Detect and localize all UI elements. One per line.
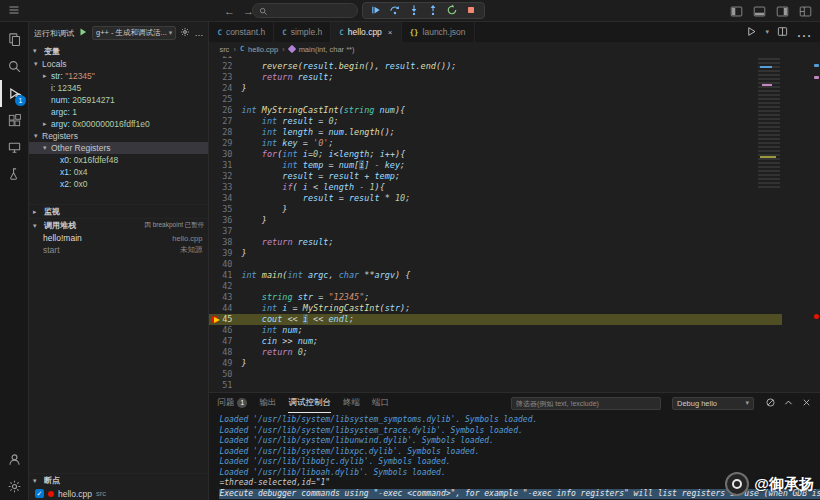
debug-config-select[interactable]: g++ - 生成和调试活... ▾ (92, 26, 176, 40)
panel-tab[interactable]: 问题1 (217, 393, 247, 413)
debug-console-select[interactable]: Debug hello ▾ (672, 397, 754, 410)
variable-row[interactable]: argc: 1 (29, 106, 208, 118)
callstack-frame[interactable]: start未知源 (29, 244, 208, 256)
code-line[interactable]: 28 int length = num.length(); (209, 127, 782, 138)
console-line[interactable]: Loaded '/usr/lib/system/libsystem_trace.… (219, 426, 820, 437)
maximize-panel-icon[interactable] (783, 394, 794, 412)
account-icon[interactable] (0, 446, 28, 473)
toggle-secondary-sidebar-icon[interactable] (776, 5, 789, 18)
breadcrumb-item[interactable]: main(int, char **) (299, 45, 355, 54)
code-line[interactable]: 42 (209, 281, 782, 292)
variable-row[interactable]: ▾Registers (29, 130, 208, 142)
activity-extensions-icon[interactable] (0, 107, 28, 134)
code-line[interactable]: 46 int num; (209, 325, 782, 336)
code-line[interactable]: 48 return 0; (209, 347, 782, 358)
section-watch[interactable]: ▸ 监视 (29, 204, 208, 218)
code-line[interactable]: 38 return result; (209, 237, 782, 248)
editor-tab[interactable]: Chello.cpp× (331, 22, 401, 42)
toggle-panel-icon[interactable] (753, 5, 766, 18)
code-line[interactable]: 34 result = result * 10; (209, 193, 782, 204)
code-editor[interactable]: 2122 reverse(result.begin(), result.end(… (209, 56, 820, 392)
start-debugging-icon[interactable] (78, 27, 88, 39)
panel-tab[interactable]: 输出 (259, 393, 276, 413)
code-line[interactable]: 44 int i = MyStringCastInt(str); (209, 303, 782, 314)
breadcrumb-item[interactable]: src (219, 45, 229, 54)
code-line[interactable]: 24} (209, 83, 782, 94)
console-line[interactable]: Loaded '/usr/lib/system/libsystem_sympto… (219, 415, 820, 426)
panel-tab[interactable]: 终端 (343, 393, 360, 413)
code-line[interactable]: 49} (209, 358, 782, 369)
close-icon[interactable]: × (388, 28, 393, 37)
editor-tab[interactable]: {}launch.json (402, 22, 475, 42)
console-line[interactable]: Loaded '/usr/lib/system/libxpc.dylib'. S… (219, 447, 820, 458)
settings-gear-icon[interactable] (0, 473, 28, 500)
close-panel-icon[interactable] (801, 394, 812, 412)
code-line[interactable]: 45 cout << i << endl; (209, 314, 782, 325)
code-line[interactable]: 40 (209, 259, 782, 270)
code-line[interactable]: 23 return result; (209, 72, 782, 83)
variable-row[interactable]: ▸argv: 0x000000016fdff1e0 (29, 118, 208, 130)
variable-row[interactable]: x1: 0x4 (29, 166, 208, 178)
breadcrumb[interactable]: src›Chello.cpp›main(int, char **) (209, 42, 820, 56)
code-line[interactable]: 39} (209, 248, 782, 259)
continue-icon[interactable] (370, 2, 382, 20)
code-line[interactable]: 32 result = result + temp; (209, 171, 782, 182)
code-line[interactable]: 22 reverse(result.begin(), result.end())… (209, 61, 782, 72)
code-line[interactable]: 50 (209, 369, 782, 380)
step-over-icon[interactable] (389, 2, 401, 20)
activity-testing-icon[interactable] (0, 161, 28, 188)
variable-row[interactable]: num: 205914271 (29, 94, 208, 106)
activity-explorer-icon[interactable] (0, 26, 28, 53)
app-menu-icon[interactable] (8, 2, 20, 20)
split-editor-icon[interactable] (777, 23, 788, 41)
more-actions-icon[interactable]: … (194, 28, 203, 38)
command-center-search[interactable] (252, 3, 358, 18)
editor-tab[interactable]: Cconstant.h (209, 22, 274, 42)
code-line[interactable]: 51 (209, 380, 782, 391)
code-line[interactable]: 30 for(int i=0; i<length; i++){ (209, 149, 782, 160)
variable-row[interactable]: ▸str: "12345" (29, 70, 208, 82)
run-dropdown-icon[interactable]: ▾ (765, 28, 769, 36)
callstack-frame[interactable]: hello!mainhello.cpp (29, 232, 208, 244)
code-line[interactable]: 47 cin >> num; (209, 336, 782, 347)
clear-console-icon[interactable] (765, 394, 776, 412)
code-line[interactable]: 27 int result = 0; (209, 116, 782, 127)
activity-remote-icon[interactable] (0, 134, 28, 161)
code-line[interactable]: 43 string str = "12345"; (209, 292, 782, 303)
breadcrumb-item[interactable]: hello.cpp (248, 45, 278, 54)
overview-ruler[interactable] (813, 56, 820, 392)
code-line[interactable]: 29 int key = '0'; (209, 138, 782, 149)
code-line[interactable]: 26int MyStringCastInt(string num){ (209, 105, 782, 116)
console-filter-input[interactable] (511, 397, 661, 410)
activity-search-icon[interactable] (0, 53, 28, 80)
panel-tab[interactable]: 端口 (372, 393, 389, 413)
variable-row[interactable]: x0: 0x16fdfef48 (29, 154, 208, 166)
variable-row[interactable]: i: 12345 (29, 82, 208, 94)
step-out-icon[interactable] (427, 2, 439, 20)
code-line[interactable]: 25 (209, 94, 782, 105)
code-line[interactable]: 35 } (209, 204, 782, 215)
code-line[interactable]: 37 (209, 226, 782, 237)
customize-layout-icon[interactable] (799, 5, 812, 18)
checkbox-checked-icon[interactable]: ✓ (35, 489, 44, 498)
section-variables[interactable]: ▾ 变量 (29, 44, 208, 58)
variable-row[interactable]: ▾Other Registers (29, 142, 208, 154)
more-actions-icon[interactable]: … (796, 23, 812, 41)
run-file-icon[interactable] (746, 23, 757, 41)
code-line[interactable]: 33 if( i < length - 1){ (209, 182, 782, 193)
step-into-icon[interactable] (408, 2, 420, 20)
stop-icon[interactable] (465, 2, 477, 20)
section-breakpoints[interactable]: ▾ 断点 (29, 473, 208, 487)
console-line[interactable]: Loaded '/usr/lib/system/libunwind.dylib'… (219, 436, 820, 447)
console-line[interactable]: Loaded '/usr/lib/libobjc.dylib'. Symbols… (219, 457, 820, 468)
section-call-stack[interactable]: ▾ 调用堆栈 因 breakpoint 已暂停 (29, 218, 208, 232)
code-line[interactable]: 41int main(int argc, char **argv) { (209, 270, 782, 281)
nav-back-icon[interactable]: ← (224, 0, 235, 22)
breakpoint-item[interactable]: ✓hello.cppsrc (29, 487, 208, 500)
activity-run-debug-icon[interactable]: 1 (0, 80, 28, 107)
variable-row[interactable]: x2: 0x0 (29, 178, 208, 190)
code-line[interactable]: 36 } (209, 215, 782, 226)
editor-tab[interactable]: Csimple.h (274, 22, 331, 42)
restart-icon[interactable] (446, 2, 458, 20)
minimap[interactable] (758, 58, 780, 188)
